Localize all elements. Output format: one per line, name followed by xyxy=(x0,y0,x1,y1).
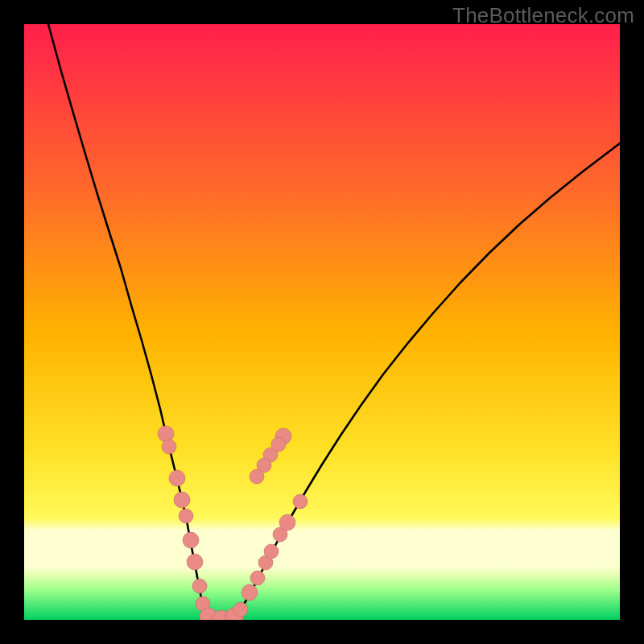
marker-dot xyxy=(250,469,264,484)
marker-dot xyxy=(293,494,308,509)
marker-dot xyxy=(169,470,185,486)
plot-area xyxy=(24,24,620,620)
marker-dot xyxy=(250,571,265,585)
marker-dot xyxy=(158,426,174,442)
marker-dot xyxy=(271,437,286,452)
marker-dot xyxy=(233,602,248,617)
marker-dot xyxy=(162,440,176,454)
marker-dot xyxy=(242,584,258,601)
marker-dot xyxy=(174,492,190,508)
marker-dot xyxy=(192,579,207,593)
outer-frame: TheBottleneck.com xyxy=(0,0,644,644)
marker-dot xyxy=(179,509,193,523)
marker-dot xyxy=(279,514,295,530)
chart-svg xyxy=(24,24,620,620)
marker-dot xyxy=(183,532,199,548)
watermark-text: TheBottleneck.com xyxy=(452,3,634,28)
marker-dot xyxy=(264,544,279,559)
marker-dot xyxy=(187,554,203,570)
gradient-background xyxy=(24,24,620,620)
